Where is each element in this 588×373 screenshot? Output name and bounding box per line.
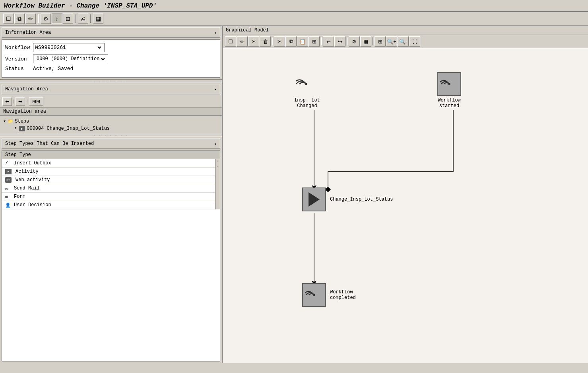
nav-sep-2: │ <box>26 100 28 104</box>
step-type-activity[interactable]: ▶ Activity <box>2 168 215 176</box>
graph-cut-btn[interactable]: ✂ <box>274 36 285 47</box>
graph-sep-2 <box>321 37 322 45</box>
send-mail-icon: ✉ <box>5 186 12 191</box>
graph-copy-btn[interactable]: ⧉ <box>285 36 297 47</box>
folder-icon: 📁 <box>8 119 13 124</box>
status-row: Status Active, Saved <box>5 66 217 72</box>
step-type-web-activity-label: Web activity <box>16 177 50 183</box>
graph-arrange-btn[interactable]: ⊞ <box>309 36 320 47</box>
step-type-insert-outbox-label: Insert Outbox <box>14 160 51 166</box>
step-types-collapse[interactable]: ▴ <box>214 141 217 146</box>
step-types-panel: Step Types That Can Be Inserted ▴ Step T… <box>0 137 222 363</box>
nav-back-button[interactable]: ⬅ <box>2 97 12 106</box>
toolbar-sep-1 <box>38 14 39 23</box>
navigation-area: Navigation Area ▴ ⬅ │ ➡ │ ⊞⊞ Navigation … <box>0 82 222 134</box>
step-types-header[interactable]: Step Types That Can Be Inserted ▴ <box>2 139 220 149</box>
resizer-2[interactable]: · · · · · · · <box>0 134 222 137</box>
graph-new-btn[interactable]: ☐ <box>225 36 236 47</box>
information-area: Information Area ▴ Workflow WS99900261 W… <box>0 26 222 79</box>
graph-workflow-btn[interactable]: ⚙ <box>349 36 360 47</box>
toolbar-sep-3 <box>90 14 91 23</box>
step-type-form-label: Form <box>14 194 25 199</box>
nav-tree-header-label: Navigation area <box>3 109 46 114</box>
signal-svg-started <box>440 75 458 93</box>
tree-step-item[interactable]: • ▶ 000004 Change_Insp_Lot_Status <box>3 125 219 132</box>
nav-grid-button[interactable]: ⊞⊞ <box>29 97 43 106</box>
node-workflow-completed[interactable]: Workflowcompleted <box>302 283 356 307</box>
version-row: Version 0000 (0000) Definition <box>5 55 217 63</box>
graph-zoom-in-btn[interactable]: 🔍+ <box>386 36 397 47</box>
graph-edit-btn[interactable]: ✏ <box>237 36 248 47</box>
information-area-collapse[interactable]: ▴ <box>214 30 217 35</box>
step-type-insert-outbox[interactable]: / Insert Outbox <box>2 159 215 168</box>
nav-toolbar: ⬅ │ ➡ │ ⊞⊞ <box>0 96 222 107</box>
workflow-completed-box <box>302 283 326 307</box>
play-icon-small: ▶ <box>21 127 23 131</box>
edit-button[interactable]: ✏ <box>25 14 36 24</box>
graph-delete-btn[interactable]: 🗑 <box>260 36 271 47</box>
new-button[interactable]: ☐ <box>3 14 14 24</box>
activity-play-icon: ▶ <box>8 170 9 173</box>
print-button[interactable]: 🖨 <box>78 14 88 24</box>
step-type-form[interactable]: ⊞ Form <box>2 193 215 201</box>
tree-steps[interactable]: ▾ 📁 Steps <box>3 117 219 125</box>
activity-icon-small: ▶ <box>19 126 25 131</box>
svg-connections <box>223 48 588 363</box>
step-type-col-label: Step Type <box>5 152 31 158</box>
navigation-area-header[interactable]: Navigation Area ▴ <box>2 84 220 94</box>
graph-zoom-out-btn[interactable]: 🔍- <box>398 36 409 47</box>
workflow-value-box[interactable]: WS99900261 WS99900261 <box>33 43 105 52</box>
step-types-col-header: Step Type <box>2 151 220 159</box>
svg-point-6 <box>448 83 450 85</box>
graph-paste-btn[interactable]: 📋 <box>297 36 308 47</box>
table-button[interactable]: ⊞ <box>63 14 73 24</box>
change-insp-activity-box <box>302 187 326 211</box>
nav-forward-button[interactable]: ➡ <box>16 97 25 106</box>
signal-svg-insp <box>296 74 316 94</box>
navigation-area-collapse[interactable]: ▴ <box>214 87 217 92</box>
title-bar: Workflow Builder - Change 'INSP_STA_UPD' <box>0 0 588 12</box>
graph-layout-btn[interactable]: ▦ <box>360 36 371 47</box>
node-change-insp-lot[interactable]: Change_Insp_Lot_Status <box>302 187 393 211</box>
workflow-label: Workflow <box>5 45 33 51</box>
tree-bullet: • <box>14 126 17 131</box>
svg-point-7 <box>313 294 315 296</box>
graph-redo-btn[interactable]: ↪ <box>334 36 345 47</box>
tree-arrow-down: ▾ <box>3 118 6 124</box>
layout-button[interactable]: ▦ <box>93 14 103 24</box>
signal-svg-completed <box>305 286 323 304</box>
web-activity-icon: ▶? <box>5 177 12 183</box>
step-type-send-mail[interactable]: ✉ Send Mail <box>2 184 215 193</box>
main-toolbar: ☐ ⧉ ✏ ⚙ ↕ ⊞ 🖨 ▦ <box>0 12 588 26</box>
step-type-web-activity[interactable]: ▶? Web activity <box>2 176 215 184</box>
step-types-list: Step Type / Insert Outbox ▶ Activity <box>2 150 220 361</box>
information-area-header[interactable]: Information Area ▴ <box>2 27 220 38</box>
graph-sep-1 <box>272 37 273 45</box>
tree-step-label: 000004 Change_Insp_Lot_Status <box>27 126 110 131</box>
step-type-activity-label: Activity <box>16 169 39 174</box>
insp-lot-signal-icon <box>294 72 318 96</box>
graph-scissors-btn[interactable]: ✂ <box>248 36 259 47</box>
step-types-scroll-area[interactable]: / Insert Outbox ▶ Activity ▶? <box>2 159 215 209</box>
workflow-completed-label: Workflowcompleted <box>330 289 356 301</box>
step-types-scroll-container: / Insert Outbox ▶ Activity ▶? <box>2 159 220 209</box>
node-insp-lot-changed[interactable]: Insp. LotChanged <box>294 72 320 109</box>
copy-button[interactable]: ⧉ <box>14 14 25 24</box>
graph-fit-btn[interactable]: ⛶ <box>409 36 420 47</box>
main-content: Information Area ▴ Workflow WS99900261 W… <box>0 26 588 363</box>
version-value-box[interactable]: 0000 (0000) Definition <box>33 55 108 63</box>
pressed-button[interactable]: ↕ <box>52 14 62 24</box>
workflow-select[interactable]: WS99900261 <box>95 44 103 51</box>
version-select[interactable]: 0000 (0000) Definition <box>35 56 106 62</box>
graph-undo-btn[interactable]: ↩ <box>323 36 334 47</box>
change-insp-play-arrow <box>309 192 320 207</box>
status-label: Status <box>5 66 33 72</box>
activate-button[interactable]: ⚙ <box>41 14 51 24</box>
graphical-header: Graphical Model <box>223 26 588 35</box>
workflow-value: WS99900261 <box>35 45 95 51</box>
graph-table-btn[interactable]: ⊞ <box>375 36 386 47</box>
step-type-user-decision[interactable]: 👤 User Decision <box>2 201 215 209</box>
activity-icon: ▶ <box>5 169 12 174</box>
node-workflow-started[interactable]: Workflowstarted <box>437 72 461 109</box>
resizer-1[interactable]: · · · · · · · <box>0 79 222 82</box>
